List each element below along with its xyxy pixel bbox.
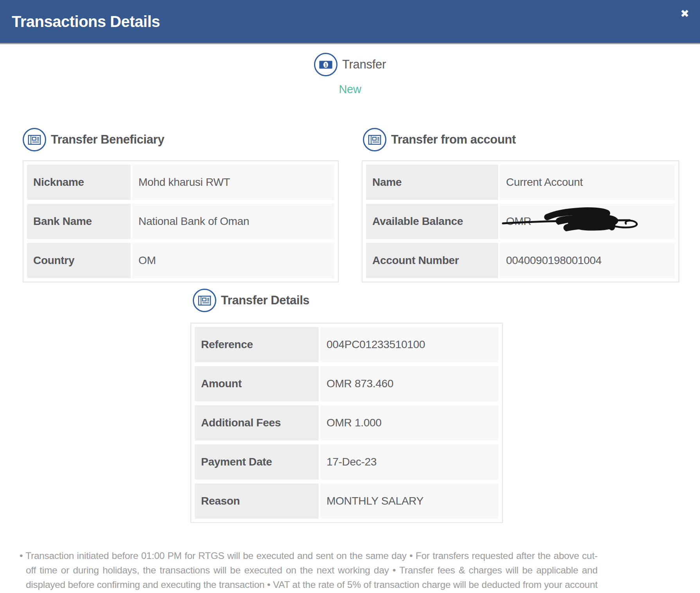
newspaper-icon [193, 289, 216, 312]
row-value: OMR [500, 204, 675, 239]
table-row: NameCurrent Account [366, 165, 675, 200]
row-value: OM [132, 243, 334, 278]
row-label: Nickname [27, 165, 131, 200]
newspaper-icon [23, 128, 46, 151]
table-row: Payment Date17-Dec-23 [195, 444, 499, 480]
table-row: ReasonMONTHLY SALARY [195, 483, 499, 519]
row-value: Current Account [500, 165, 675, 200]
row-label: Payment Date [195, 444, 319, 480]
row-value: 004PC01233510100 [320, 327, 499, 362]
row-label: Reason [195, 483, 319, 519]
table-row: CountryOM [27, 243, 334, 278]
table-row: Bank NameNational Bank of Oman [27, 204, 334, 239]
table-row: Additional FeesOMR 1.000 [195, 405, 499, 440]
row-label: Country [27, 243, 131, 278]
section-header-from-account: Transfer from account [363, 127, 516, 153]
close-icon[interactable]: ✖ [680, 9, 689, 19]
table-row: Reference004PC01233510100 [195, 327, 499, 362]
section-header-details: Transfer Details [193, 288, 309, 313]
table-row: Account Number0040090198001004 [366, 243, 675, 278]
row-label: Amount [195, 366, 319, 401]
modal-title: Transactions Details [0, 13, 160, 31]
row-value: Mohd kharusi RWT [132, 165, 334, 200]
row-value: National Bank of Oman [132, 204, 334, 239]
section-title: Transfer from account [391, 133, 516, 147]
row-label: Reference [195, 327, 319, 362]
svg-text:1: 1 [325, 62, 327, 67]
section-header-beneficiary: Transfer Beneficiary [23, 127, 164, 153]
row-label: Name [366, 165, 498, 200]
section-title: Transfer Details [221, 293, 309, 307]
redaction-scribble [500, 204, 675, 239]
row-value: OMR 873.460 [320, 366, 499, 401]
table-row: Available BalanceOMR [366, 204, 675, 239]
row-value: MONTHLY SALARY [320, 483, 499, 519]
from-account-table: NameCurrent AccountAvailable BalanceOMR … [362, 160, 679, 282]
beneficiary-table: NicknameMohd kharusi RWTBank NameNationa… [23, 160, 339, 282]
newspaper-icon [363, 128, 386, 151]
row-label: Additional Fees [195, 405, 319, 440]
section-title: Transfer Beneficiary [51, 133, 164, 147]
status-badge: New [0, 83, 700, 96]
row-label: Available Balance [366, 204, 498, 239]
row-label: Bank Name [27, 204, 131, 239]
row-value: OMR 1.000 [320, 405, 499, 440]
table-row: AmountOMR 873.460 [195, 366, 499, 401]
transactions-details-modal: Transactions Details ✖ 1 Transfer New [0, 0, 700, 593]
transaction-type-badge: 1 Transfer [0, 53, 700, 76]
transfer-details-table: Reference004PC01233510100AmountOMR 873.4… [190, 323, 503, 523]
footer-notes: • Transaction initiated before 01:00 PM … [20, 548, 598, 593]
row-label: Account Number [366, 243, 498, 278]
row-value: 17-Dec-23 [320, 444, 499, 480]
transaction-type-label: Transfer [342, 58, 386, 72]
table-row: NicknameMohd kharusi RWT [27, 165, 334, 200]
row-value: 0040090198001004 [500, 243, 675, 278]
banknote-icon: 1 [314, 53, 337, 76]
modal-header: Transactions Details ✖ [0, 0, 700, 44]
